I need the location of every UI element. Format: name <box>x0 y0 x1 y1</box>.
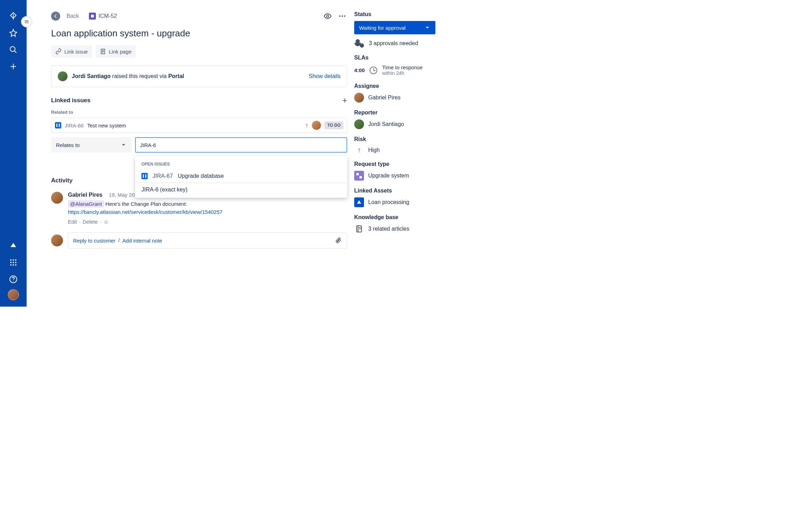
back-label[interactable]: Back <box>66 13 79 19</box>
dropdown-header: OPEN ISSUES <box>135 156 347 169</box>
help-icon[interactable] <box>6 272 20 286</box>
svg-point-18 <box>327 15 329 17</box>
request-type-row[interactable]: Upgrade system <box>354 171 487 181</box>
linked-issues-header: Linked issues <box>51 97 90 104</box>
svg-line-1 <box>14 51 16 53</box>
delete-comment[interactable]: Delete <box>83 219 98 225</box>
reporter-avatar <box>354 119 364 129</box>
request-type-icon <box>354 171 364 181</box>
comment-link[interactable]: https://bancly.atlassian.net/servicedesk… <box>68 209 223 215</box>
linked-issue-key: JIRA-66 <box>65 122 84 128</box>
issue-key[interactable]: ICM-52 <box>99 13 117 19</box>
search-icon[interactable] <box>6 43 20 57</box>
page-title: Loan application system - upgrade <box>51 28 347 39</box>
issue-search-dropdown: OPEN ISSUES JIRA-67 Upgrade database JIR… <box>135 156 347 198</box>
details-sidebar: Status Waiting for approval 3 approvals … <box>354 11 487 234</box>
svg-point-9 <box>15 262 16 263</box>
star-icon[interactable] <box>6 26 20 40</box>
issue-icon <box>141 173 148 179</box>
attach-icon[interactable] <box>335 237 342 244</box>
add-note-link[interactable]: Add internal note <box>122 238 162 244</box>
back-button[interactable] <box>51 12 60 21</box>
clock-icon <box>370 66 377 74</box>
assignee-row[interactable]: Gabriel Pires <box>354 93 487 103</box>
status-dropdown[interactable]: Waiting for approval <box>354 21 435 34</box>
svg-point-5 <box>13 259 14 261</box>
linked-issue-summary: Test new system <box>87 122 126 128</box>
dropdown-exact-key[interactable]: JIRA-6 (exact key) <box>135 183 347 196</box>
reply-customer-link[interactable]: Reply to customer <box>73 238 115 244</box>
related-to-label: Related to <box>51 110 347 115</box>
show-details-link[interactable]: Show details <box>309 73 341 79</box>
priority-icon: ↑ <box>305 122 308 129</box>
link-type-select[interactable]: Relates to <box>51 137 132 153</box>
apps-icon[interactable] <box>6 255 20 270</box>
reporter-label: Reporter <box>354 110 487 116</box>
book-icon <box>354 224 364 234</box>
reporter-row[interactable]: Jordi Santiago <box>354 119 487 129</box>
more-icon[interactable] <box>337 11 347 21</box>
svg-point-4 <box>10 259 12 261</box>
svg-point-10 <box>10 264 12 266</box>
global-nav <box>0 0 27 307</box>
approvals-row: 3 approvals needed <box>354 39 487 48</box>
assignee-label: Assignee <box>354 83 487 89</box>
risk-row: ↑ High <box>354 146 487 154</box>
svg-point-21 <box>344 15 345 17</box>
svg-point-19 <box>339 15 341 17</box>
slas-label: SLAs <box>354 55 487 61</box>
issue-search-input[interactable] <box>135 137 347 153</box>
status-lozenge: TO DO <box>324 121 343 129</box>
create-icon[interactable] <box>6 59 20 74</box>
status-label: Status <box>354 11 487 18</box>
request-info: Jordi Santiago raised this request via P… <box>51 65 347 87</box>
add-linked-issue-button[interactable]: + <box>342 96 347 105</box>
reply-box[interactable]: Reply to customer / Add internal note <box>68 232 347 248</box>
risk-icon: ↑ <box>354 146 364 154</box>
svg-point-12 <box>15 264 16 266</box>
profile-avatar[interactable] <box>8 289 19 300</box>
dropdown-item[interactable]: JIRA-67 Upgrade database <box>135 169 347 183</box>
linked-issue-row[interactable]: JIRA-66 Test new system ↑ TO DO <box>51 118 347 133</box>
mention[interactable]: @AlanaGrant <box>68 200 104 208</box>
risk-label: Risk <box>354 136 487 142</box>
edit-comment[interactable]: Edit <box>68 219 77 225</box>
svg-point-6 <box>15 259 16 261</box>
svg-point-11 <box>13 264 14 266</box>
issue-icon <box>55 122 61 128</box>
svg-point-0 <box>10 47 15 51</box>
svg-point-20 <box>342 15 343 17</box>
svg-point-14 <box>13 281 14 281</box>
watch-icon[interactable] <box>323 11 332 21</box>
assignee-avatar <box>312 121 321 130</box>
svg-point-7 <box>10 262 12 263</box>
kb-label: Knowledge base <box>354 214 487 220</box>
sla-row: 4:00 Time to response within 24h <box>354 64 487 76</box>
link-page-button[interactable]: Link page <box>96 45 136 58</box>
notification-icon[interactable] <box>6 239 20 253</box>
kb-row[interactable]: 3 related articles <box>354 224 487 234</box>
comment-author: Gabriel Pires <box>68 192 103 198</box>
sidebar-toggle[interactable] <box>21 16 32 27</box>
reply-avatar <box>51 234 63 246</box>
request-type-label: Request type <box>354 161 487 167</box>
assignee-avatar <box>354 93 364 103</box>
breadcrumb: Back ICM-52 <box>51 11 347 21</box>
comment-avatar <box>51 192 63 204</box>
request-text: Jordi Santiago raised this request via P… <box>72 73 184 79</box>
asset-icon <box>354 197 364 207</box>
linked-assets-label: Linked Assets <box>354 188 487 194</box>
requester-avatar <box>58 71 68 81</box>
link-issue-button[interactable]: Link issue <box>51 45 92 58</box>
linked-asset-row[interactable]: Loan processing <box>354 197 487 207</box>
svg-point-8 <box>13 262 14 263</box>
issue-type-icon <box>89 13 96 20</box>
react-icon[interactable]: ☺ <box>104 219 109 225</box>
logo-icon[interactable] <box>6 9 20 23</box>
approvals-icon <box>354 39 364 48</box>
